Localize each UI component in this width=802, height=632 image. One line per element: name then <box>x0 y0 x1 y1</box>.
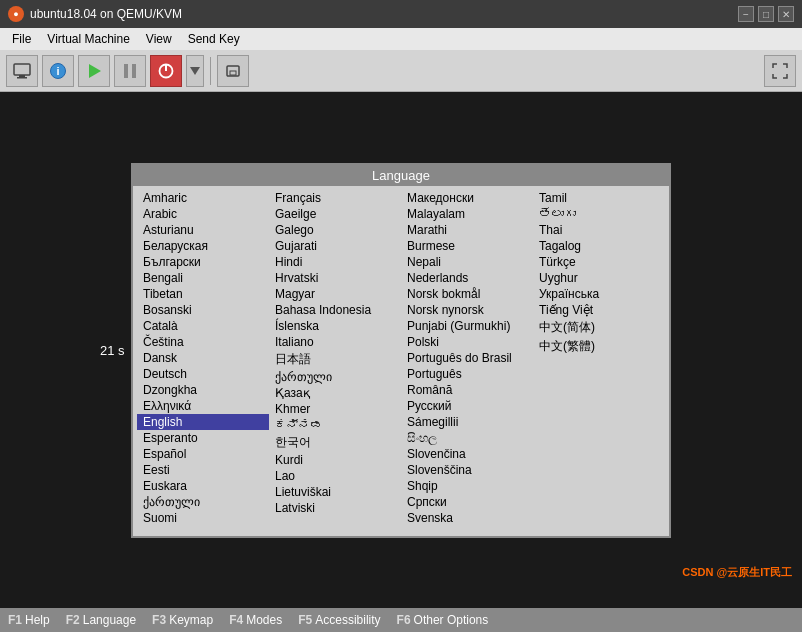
footer-f3[interactable]: F3 Keymap <box>152 613 213 627</box>
lang-kazak[interactable]: Қазақ <box>269 385 401 401</box>
menu-view[interactable]: View <box>138 30 180 48</box>
f6-label: Other Options <box>414 613 489 627</box>
lang-suomi[interactable]: Suomi <box>137 510 269 526</box>
lang-norsk-nynorsk[interactable]: Norsk nynorsk <box>401 302 533 318</box>
toolbar-dropdown-button[interactable] <box>186 55 204 87</box>
lang-balgarski[interactable]: Български <box>137 254 269 270</box>
lang-magyar[interactable]: Magyar <box>269 286 401 302</box>
footer-f2[interactable]: F2 Language <box>66 613 136 627</box>
lang-norsk-bokmal[interactable]: Norsk bokmål <box>401 286 533 302</box>
lang-thai[interactable]: Thai <box>533 222 665 238</box>
lang-bahasa[interactable]: Bahasa Indonesia <box>269 302 401 318</box>
lang-samegillii[interactable]: Sámegillii <box>401 414 533 430</box>
lang-catala[interactable]: Català <box>137 318 269 334</box>
lang-punjabi[interactable]: Punjabi (Gurmukhi) <box>401 318 533 334</box>
lang-dansk[interactable]: Dansk <box>137 350 269 366</box>
f1-key: F1 <box>8 613 22 627</box>
menu-file[interactable]: File <box>4 30 39 48</box>
close-button[interactable]: ✕ <box>778 6 794 22</box>
footer-f4[interactable]: F4 Modes <box>229 613 282 627</box>
lang-italiano[interactable]: Italiano <box>269 334 401 350</box>
lang-hindi[interactable]: Hindi <box>269 254 401 270</box>
lang-lithuanian[interactable]: Lietuviškai <box>269 484 401 500</box>
toolbar-usb-button[interactable] <box>217 55 249 87</box>
lang-japanese[interactable]: 日本語 <box>269 350 401 369</box>
toolbar-display-button[interactable] <box>6 55 38 87</box>
toolbar-fullscreen-button[interactable] <box>764 55 796 87</box>
lang-empty-4b <box>533 372 665 388</box>
lang-greek[interactable]: Ελληνικά <box>137 398 269 414</box>
toolbar-play-button[interactable] <box>78 55 110 87</box>
toolbar-pause-button[interactable] <box>114 55 146 87</box>
lang-korean[interactable]: 한국어 <box>269 433 401 452</box>
lang-tibetan[interactable]: Tibetan <box>137 286 269 302</box>
lang-sinhala[interactable]: සිංහල <box>401 430 533 446</box>
lang-slovenian[interactable]: Slovenščina <box>401 462 533 478</box>
lang-tamil[interactable]: Tamil <box>533 190 665 206</box>
lang-uyghur[interactable]: Uyghur <box>533 270 665 286</box>
footer-f5[interactable]: F5 Accessibility <box>298 613 380 627</box>
lang-marathi[interactable]: Marathi <box>401 222 533 238</box>
lang-portuguese[interactable]: Português <box>401 366 533 382</box>
lang-slovak[interactable]: Slovenčina <box>401 446 533 462</box>
lang-islenska[interactable]: Íslenska <box>269 318 401 334</box>
lang-kannada[interactable]: ಕನ್ನಡ <box>269 417 401 433</box>
lang-tagalog[interactable]: Tagalog <box>533 238 665 254</box>
toolbar-power-button[interactable] <box>150 55 182 87</box>
lang-malayalam[interactable]: Malayalam <box>401 206 533 222</box>
lang-empty-4a <box>533 356 665 372</box>
lang-nepali[interactable]: Nepali <box>401 254 533 270</box>
lang-kartuli[interactable]: ქართული <box>269 369 401 385</box>
lang-polski[interactable]: Polski <box>401 334 533 350</box>
lang-telugu[interactable]: తెలుగు <box>533 206 665 222</box>
lang-svenska[interactable]: Svenska <box>401 510 533 526</box>
lang-chinese-simplified[interactable]: 中文(简体) <box>533 318 665 337</box>
lang-serbian[interactable]: Српски <box>401 494 533 510</box>
lang-cestina[interactable]: Čeština <box>137 334 269 350</box>
lang-dzongkha[interactable]: Dzongkha <box>137 382 269 398</box>
lang-bengali[interactable]: Bengali <box>137 270 269 286</box>
lang-portuguese-br[interactable]: Português do Brasil <box>401 350 533 366</box>
lang-latvian[interactable]: Latviski <box>269 500 401 516</box>
restore-button[interactable]: □ <box>758 6 774 22</box>
lang-ukrainian[interactable]: Українська <box>533 286 665 302</box>
lang-russian[interactable]: Русский <box>401 398 533 414</box>
lang-belaruski[interactable]: Беларуская <box>137 238 269 254</box>
dialog-title: Language <box>133 165 669 186</box>
svg-rect-7 <box>132 64 136 78</box>
lang-romana[interactable]: Română <box>401 382 533 398</box>
lang-empty-4j <box>533 500 665 516</box>
lang-esperanto[interactable]: Esperanto <box>137 430 269 446</box>
lang-shqip[interactable]: Shqip <box>401 478 533 494</box>
menu-send-key[interactable]: Send Key <box>180 30 248 48</box>
lang-kurdi[interactable]: Kurdi <box>269 452 401 468</box>
lang-burmese[interactable]: Burmese <box>401 238 533 254</box>
lang-gaeilge[interactable]: Gaeilge <box>269 206 401 222</box>
lang-asturianu[interactable]: Asturianu <box>137 222 269 238</box>
lang-bosanski[interactable]: Bosanski <box>137 302 269 318</box>
lang-deutsch[interactable]: Deutsch <box>137 366 269 382</box>
lang-georgian[interactable]: ქართული <box>137 494 269 510</box>
lang-francais[interactable]: Français <box>269 190 401 206</box>
lang-euskara[interactable]: Euskara <box>137 478 269 494</box>
lang-chinese-traditional[interactable]: 中文(繁體) <box>533 337 665 356</box>
minimize-button[interactable]: − <box>738 6 754 22</box>
lang-dutch[interactable]: Nederlands <box>401 270 533 286</box>
toolbar-info-button[interactable]: i <box>42 55 74 87</box>
menu-virtual-machine[interactable]: Virtual Machine <box>39 30 138 48</box>
lang-vietnamese[interactable]: Tiếng Việt <box>533 302 665 318</box>
lang-arabic[interactable]: Arabic <box>137 206 269 222</box>
lang-galego[interactable]: Galego <box>269 222 401 238</box>
lang-gujarati[interactable]: Gujarati <box>269 238 401 254</box>
lang-khmer[interactable]: Khmer <box>269 401 401 417</box>
lang-eesti[interactable]: Eesti <box>137 462 269 478</box>
footer-f1[interactable]: F1 Help <box>8 613 50 627</box>
lang-espanol[interactable]: Español <box>137 446 269 462</box>
lang-amharic[interactable]: Amharic <box>137 190 269 206</box>
footer-f6[interactable]: F6 Other Options <box>397 613 489 627</box>
lang-lao[interactable]: Lao <box>269 468 401 484</box>
lang-turkish[interactable]: Türkçe <box>533 254 665 270</box>
lang-english[interactable]: English <box>137 414 269 430</box>
lang-hrvatski[interactable]: Hrvatski <box>269 270 401 286</box>
lang-macedonian[interactable]: Македонски <box>401 190 533 206</box>
